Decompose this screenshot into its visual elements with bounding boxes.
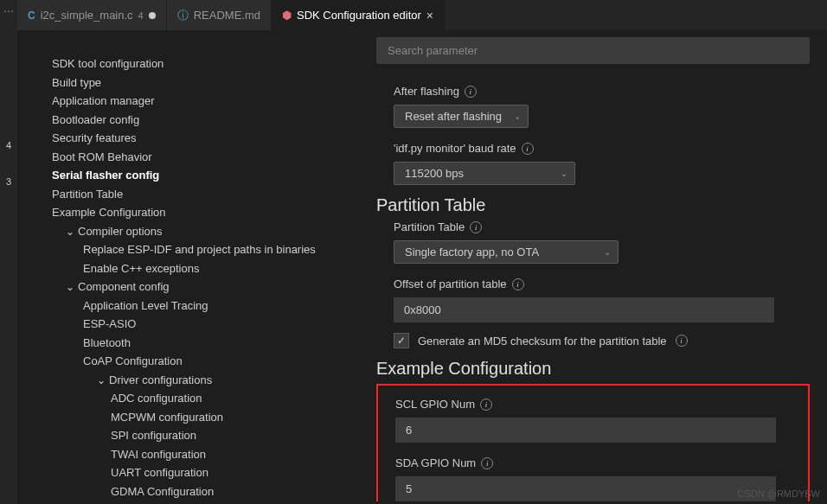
close-icon[interactable]: × [426, 10, 433, 22]
tab-sdk-config[interactable]: ⬢ SDK Configuration editor × [272, 0, 445, 30]
offset-input[interactable] [394, 297, 774, 322]
watermark: CSDN @RMDYBW [738, 488, 821, 499]
dirty-indicator-icon [149, 12, 156, 19]
tab-i2c-main[interactable]: C i2c_simple_main.c 4 [17, 0, 167, 30]
tree-compiler-opts[interactable]: Compiler options [35, 222, 350, 241]
tab-readme[interactable]: ⓘ README.md [167, 0, 272, 30]
tree-serial-flasher[interactable]: Serial flasher config [35, 166, 350, 185]
tree-efuse[interactable]: eFuse Bit Manager [35, 501, 350, 504]
activity-badge-1: 4 [6, 137, 11, 154]
partition-table-title: Partition Table [376, 195, 810, 215]
tree-bluetooth[interactable]: Bluetooth [35, 334, 350, 353]
tree-example[interactable]: Example Configuration [35, 203, 350, 222]
baud-rate-label: 'idf.py monitor' baud rate i [394, 142, 810, 155]
chevron-down-icon: ⌄ [561, 169, 567, 178]
sdk-icon: ⬢ [282, 9, 292, 22]
tree-spi[interactable]: SPI configuration [35, 426, 350, 445]
tab-bar: C i2c_simple_main.c 4 ⓘ README.md ⬢ SDK … [17, 0, 827, 30]
tree-boot-rom[interactable]: Boot ROM Behavior [35, 148, 350, 167]
partition-table-select[interactable]: Single factory app, no OTA ⌄ [394, 240, 619, 264]
c-file-icon: C [28, 10, 35, 22]
activity-bar: ··· 4 3 [0, 0, 17, 504]
tree-adc[interactable]: ADC configuration [35, 389, 350, 408]
info-icon[interactable]: i [481, 457, 493, 469]
md5-label: Generate an MD5 checksum for the partiti… [418, 335, 667, 348]
info-icon[interactable]: i [480, 399, 492, 411]
tree-coap[interactable]: CoAP Configuration [35, 352, 350, 371]
tree-app-tracing[interactable]: Application Level Tracing [35, 297, 350, 316]
scl-gpio-input[interactable] [395, 418, 776, 443]
tree-uart[interactable]: UART configuration [35, 463, 350, 482]
md5-checkbox[interactable]: ✓ [394, 333, 409, 348]
tree-twai[interactable]: TWAI configuration [35, 445, 350, 464]
baud-rate-select[interactable]: 115200 bps ⌄ [394, 162, 575, 185]
tree-replace-esp[interactable]: Replace ESP-IDF and project paths in bin… [35, 240, 350, 259]
after-flashing-label: After flashing i [394, 85, 810, 98]
tab-label: README.md [194, 9, 260, 22]
tree-bootloader[interactable]: Bootloader config [35, 111, 350, 130]
activity-badge-2: 3 [6, 173, 11, 190]
example-config-title: Example Configuration [376, 359, 810, 379]
tree-partition[interactable]: Partition Table [35, 185, 350, 204]
sda-gpio-input[interactable] [395, 476, 776, 501]
info-icon[interactable]: i [676, 335, 688, 347]
partition-table-label: Partition Table i [394, 220, 810, 233]
info-icon[interactable]: i [522, 143, 534, 155]
tab-badge: 4 [138, 10, 144, 21]
more-icon[interactable]: ··· [3, 7, 14, 135]
tab-label: SDK Configuration editor [297, 9, 421, 22]
tree-component-cfg[interactable]: Component config [35, 278, 350, 297]
tree-gdma[interactable]: GDMA Configuration [35, 482, 350, 501]
reset-after-flashing-select[interactable]: Reset after flashing ⌄ [394, 105, 529, 128]
info-file-icon: ⓘ [177, 8, 189, 23]
chevron-down-icon: ⌄ [604, 247, 611, 257]
chevron-down-icon: ⌄ [514, 112, 521, 121]
scl-gpio-label: SCL GPIO Num i [395, 398, 799, 411]
tab-label: i2c_simple_main.c [41, 9, 133, 22]
info-icon[interactable]: i [465, 86, 477, 98]
tree-security[interactable]: Security features [35, 129, 350, 148]
tree-build-type[interactable]: Build type [35, 73, 350, 93]
info-icon[interactable]: i [512, 278, 524, 290]
tree-mcpwm[interactable]: MCPWM configuration [35, 408, 350, 427]
tree-driver-cfg[interactable]: Driver configurations [35, 371, 350, 390]
tree-esp-asio[interactable]: ESP-ASIO [35, 315, 350, 334]
config-panel: After flashing i Reset after flashing ⌄ … [359, 30, 827, 504]
offset-label: Offset of partition table i [394, 278, 810, 290]
tree-sdk-tool[interactable]: SDK tool configuration [35, 54, 350, 73]
highlighted-region: SCL GPIO Num i SDA GPIO Num i [376, 384, 810, 501]
sda-gpio-label: SDA GPIO Num i [395, 456, 799, 469]
search-input[interactable] [376, 37, 810, 64]
info-icon[interactable]: i [470, 221, 482, 233]
tree-app-mgr[interactable]: Application manager [35, 92, 350, 111]
config-tree: SDK tool configuration Build type Applic… [17, 30, 359, 504]
tree-enable-cpp[interactable]: Enable C++ exceptions [35, 259, 350, 278]
